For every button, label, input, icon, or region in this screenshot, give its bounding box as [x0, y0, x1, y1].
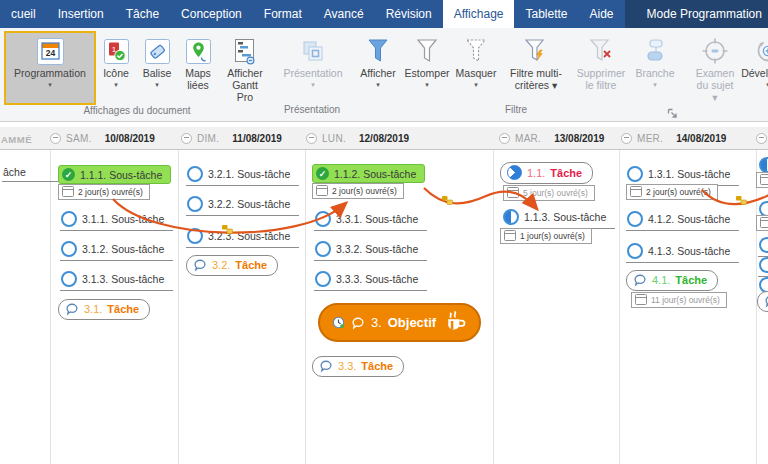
objective-label: Objectif — [388, 315, 436, 330]
progress-half-icon — [503, 209, 519, 225]
duration-label: 11 jour(s) ouvré(s) — [651, 295, 720, 305]
task-label: 4.1.3. Sous-tâche — [648, 245, 730, 257]
subtask-item[interactable]: 4.1.3. Sous-tâche — [626, 243, 739, 263]
calendar-icon — [760, 174, 768, 185]
subtask-item[interactable] — [758, 237, 768, 257]
task-label: 3.1.1. Sous-tâche — [82, 213, 164, 225]
task-circle-icon — [315, 241, 331, 257]
task-circle-icon — [315, 211, 331, 227]
task-label: 3.2.2. Sous-tâche — [208, 198, 290, 210]
subtask-item[interactable]: âche — [2, 166, 58, 182]
task-layer: âche✓1.1.1. Sous-tâche2 jour(s) ouvré(s)… — [0, 0, 768, 464]
subtask-item[interactable]: 3.1.3. Sous-tâche — [60, 271, 173, 291]
subtask-item[interactable]: 4.1.2. Sous-tâche — [626, 211, 739, 231]
parent-task-node[interactable]: 1.1.Tâche — [500, 162, 593, 184]
task-circle-icon — [627, 211, 643, 227]
subtask-item[interactable]: 3.1.2. Sous-tâche — [60, 241, 173, 261]
task-circle-icon — [627, 243, 643, 259]
task-label: 3.3.2. Sous-tâche — [336, 243, 418, 255]
subtask-item[interactable]: 3.1.1. Sous-tâche — [60, 211, 173, 231]
subtask-item[interactable]: 3.2.3. Sous-tâche — [186, 228, 299, 248]
duration-badge[interactable]: 2 jour(s) ouvré(s) — [58, 184, 150, 200]
calendar-icon — [316, 185, 328, 196]
subtask-item[interactable] — [758, 257, 768, 277]
task-circle-icon — [61, 241, 77, 257]
task-number: 3.3. — [338, 360, 356, 372]
duration-label: 2 jour(s) ouvré(s) — [332, 186, 397, 196]
duration-badge[interactable]: 11 jour(s) ouvré(s) — [631, 292, 727, 308]
subtask-item[interactable]: 3.3.3. Sous-tâche — [314, 271, 427, 291]
calendar-icon — [630, 186, 642, 197]
task-label: 3.1.2. Sous-tâche — [82, 243, 164, 255]
speech-bubble-icon — [764, 294, 768, 308]
duration-badge[interactable]: 5 jour(s) ouvré(s) — [503, 185, 595, 201]
task-label: Tâche — [107, 303, 139, 315]
objective-number: 3. — [371, 315, 382, 330]
subtask-item[interactable]: 1.1.3. Sous-tâche — [502, 209, 615, 229]
speech-bubble-icon — [633, 273, 647, 287]
task-label: âche — [3, 166, 26, 178]
task-label: Tâche — [361, 360, 393, 372]
parent-task-node[interactable]: 3.2.Tâche — [186, 255, 278, 276]
subtask-item[interactable]: 3.2.2. Sous-tâche — [186, 196, 299, 216]
duration-badge[interactable] — [756, 172, 768, 188]
parent-task-node[interactable] — [757, 291, 768, 312]
task-label: 1.3.1. Sous-tâche — [648, 168, 730, 180]
duration-label: 2 jour(s) ouvré(s) — [646, 187, 711, 197]
task-label: 4.1.2. Sous-tâche — [648, 213, 730, 225]
duration-badge[interactable]: 1 jour(s) ouvré(s) — [500, 228, 592, 244]
task-label: Tâche — [675, 274, 707, 286]
task-label: 1.1.3. Sous-tâche — [524, 211, 606, 223]
duration-badge[interactable]: 2 jour(s) ouvré(s) — [312, 183, 404, 199]
calendar-icon — [635, 294, 647, 305]
task-circle-icon — [627, 166, 643, 182]
task-label: 3.1.3. Sous-tâche — [82, 273, 164, 285]
subtask-item[interactable]: 1.3.1. Sous-tâche — [626, 166, 739, 186]
duration-badge[interactable]: 2 jour(s) ouvré(s) — [626, 184, 718, 200]
speech-bubble-icon — [319, 359, 333, 373]
duration-label: 1 jour(s) ouvré(s) — [520, 231, 585, 241]
task-label: Tâche — [235, 259, 267, 271]
parent-task-node[interactable]: 4.1.Tâche — [626, 270, 718, 291]
completed-subtask[interactable]: ✓1.1.1. Sous-tâche — [58, 165, 171, 184]
speech-bubble-icon — [351, 316, 365, 330]
calendar-icon — [760, 217, 768, 228]
task-number: 3.1. — [84, 303, 102, 315]
task-circle-icon — [759, 257, 768, 273]
progress-half-icon — [759, 157, 768, 173]
task-label: 3.3.3. Sous-tâche — [336, 273, 418, 285]
task-number: 4.1. — [652, 274, 670, 286]
subtask-item[interactable]: 3.3.1. Sous-tâche — [314, 211, 427, 231]
coffee-cup-icon — [442, 310, 467, 336]
subtask-item[interactable]: 3.3.2. Sous-tâche — [314, 241, 427, 261]
task-label: Tâche — [550, 167, 582, 179]
calendar-icon — [62, 186, 74, 197]
speech-bubble-icon — [65, 302, 79, 316]
check-icon: ✓ — [316, 167, 329, 180]
task-circle-icon — [187, 166, 203, 182]
clock-icon — [332, 316, 345, 329]
task-label: 3.2.1. Sous-tâche — [208, 168, 290, 180]
check-icon: ✓ — [62, 168, 75, 181]
subtask-item[interactable]: 3.2.1. Sous-tâche — [186, 166, 299, 186]
task-label: 1.1.1. Sous-tâche — [80, 169, 162, 181]
task-circle-icon — [187, 228, 203, 244]
parent-task-node[interactable]: 3.3.Tâche — [312, 356, 404, 377]
speech-bubble-icon — [193, 258, 207, 272]
completed-subtask[interactable]: ✓1.1.2. Sous-tâche — [312, 164, 425, 183]
task-circle-icon — [61, 211, 77, 227]
calendar-icon — [504, 230, 516, 241]
duration-label: 5 jour(s) ouvré(s) — [523, 188, 588, 198]
task-circle-icon — [315, 271, 331, 287]
calendar-icon — [507, 187, 519, 198]
task-label: 3.3.1. Sous-tâche — [336, 213, 418, 225]
duration-badge[interactable] — [756, 215, 768, 231]
task-label: 1.1.2. Sous-tâche — [334, 168, 416, 180]
task-circle-icon — [759, 237, 768, 253]
objective-node[interactable]: 3.Objectif — [318, 303, 481, 342]
task-number: 3.2. — [212, 259, 230, 271]
task-number: 1.1. — [527, 167, 545, 179]
parent-task-node[interactable]: 3.1.Tâche — [58, 299, 150, 320]
duration-label: 2 jour(s) ouvré(s) — [78, 187, 143, 197]
mindview-app: cueilInsertionTâcheConceptionFormatAvanc… — [0, 0, 768, 464]
